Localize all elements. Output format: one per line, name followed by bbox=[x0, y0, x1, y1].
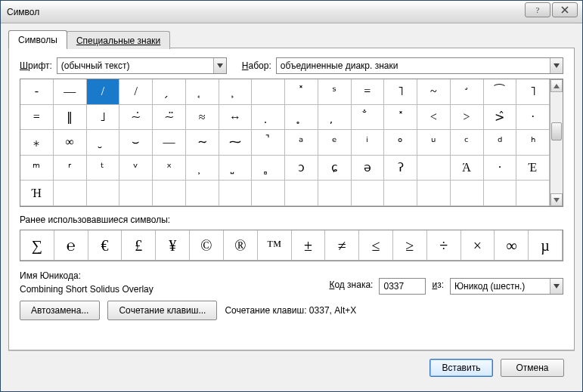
symbol-cell[interactable]: ↔ bbox=[219, 105, 253, 131]
symbol-cell[interactable]: · bbox=[484, 156, 517, 181]
symbol-cell[interactable]: ∼ bbox=[186, 130, 219, 156]
symbol-cell[interactable]: ᵃ bbox=[285, 130, 318, 156]
symbol-cell[interactable]: ⁎ bbox=[20, 130, 54, 156]
symbol-cell[interactable]: ̦ bbox=[318, 105, 352, 131]
symbol-cell[interactable]: ə bbox=[352, 156, 385, 181]
tab-special-chars[interactable]: Специальные знаки bbox=[67, 31, 170, 49]
symbol-cell[interactable]: ᵈ bbox=[484, 130, 517, 156]
code-input[interactable]: 0337 bbox=[379, 278, 426, 295]
symbol-cell[interactable]: > bbox=[451, 105, 484, 131]
from-combo[interactable]: Юникод (шестн.) bbox=[450, 278, 563, 295]
recent-symbol-cell[interactable]: ∑ bbox=[20, 230, 54, 261]
symbol-cell[interactable] bbox=[417, 181, 451, 206]
symbol-cell[interactable]: ˟ bbox=[285, 79, 318, 105]
recent-symbol-cell[interactable]: ® bbox=[224, 230, 258, 261]
symbol-cell[interactable]: ̚ bbox=[252, 130, 285, 156]
recent-symbol-cell[interactable]: ℮ bbox=[54, 230, 88, 261]
symbol-cell[interactable]: ⌣ bbox=[119, 130, 153, 156]
autocorrect-button[interactable]: Автозамена... bbox=[20, 301, 100, 320]
symbol-cell[interactable]: ̗ bbox=[153, 79, 186, 105]
symbol-cell[interactable] bbox=[219, 181, 253, 206]
symbol-cell[interactable]: ᵒ bbox=[384, 130, 417, 156]
symbol-cell[interactable] bbox=[318, 181, 352, 206]
symbol-cell[interactable]: ˟ bbox=[384, 105, 417, 131]
symbol-cell[interactable]: ᵛ bbox=[119, 156, 153, 181]
symbol-cell[interactable] bbox=[252, 79, 285, 105]
symbol-cell[interactable]: - bbox=[20, 79, 54, 105]
chevron-down-icon[interactable] bbox=[550, 279, 563, 294]
recent-symbol-cell[interactable]: ™ bbox=[258, 230, 292, 261]
symbol-cell[interactable]: ⁓ bbox=[219, 130, 253, 156]
symbol-cell[interactable]: ̘ bbox=[186, 79, 219, 105]
chevron-down-icon[interactable] bbox=[213, 58, 226, 73]
symbol-cell[interactable]: ˣ bbox=[153, 156, 186, 181]
symbol-cell[interactable] bbox=[285, 181, 318, 206]
symbol-cell[interactable] bbox=[384, 181, 417, 206]
symbol-cell[interactable]: = bbox=[352, 79, 385, 105]
symbol-cell[interactable]: ̙ bbox=[219, 79, 253, 105]
recent-symbol-cell[interactable]: ± bbox=[292, 230, 326, 261]
cancel-button[interactable]: Отмена bbox=[501, 359, 564, 377]
symbol-cell[interactable]: — bbox=[54, 79, 87, 105]
symbol-cell[interactable] bbox=[516, 181, 550, 206]
symbol-cell[interactable]: Έ bbox=[516, 156, 550, 181]
symbol-cell[interactable]: >̂ bbox=[484, 105, 517, 131]
symbol-cell[interactable]: ∞ bbox=[54, 130, 87, 156]
symbol-cell[interactable]: ᵐ bbox=[20, 156, 54, 181]
symbol-cell[interactable]: ≈ bbox=[186, 105, 219, 131]
scroll-down-icon[interactable] bbox=[550, 193, 563, 206]
symbol-cell[interactable]: Ά bbox=[451, 156, 484, 181]
symbol-cell[interactable] bbox=[252, 181, 285, 206]
symbol-cell[interactable]: ̐ bbox=[352, 105, 385, 131]
close-button[interactable] bbox=[552, 2, 578, 17]
recent-symbol-cell[interactable]: ÷ bbox=[427, 230, 461, 261]
symbol-cell[interactable]: ˥ bbox=[384, 79, 417, 105]
symbol-cell[interactable]: ᶜ bbox=[451, 130, 484, 156]
symbol-cell[interactable]: ‖ bbox=[54, 105, 87, 131]
recent-symbol-cell[interactable]: × bbox=[461, 230, 495, 261]
symbol-cell[interactable]: ᵉ bbox=[318, 130, 352, 156]
tab-symbols[interactable]: Символы bbox=[8, 30, 67, 48]
symbol-cell[interactable]: ⁱ bbox=[352, 130, 385, 156]
recent-symbol-cell[interactable]: ≤ bbox=[359, 230, 393, 261]
symbol-cell[interactable]: < bbox=[417, 105, 451, 131]
recent-symbol-cell[interactable]: © bbox=[190, 230, 224, 261]
symbol-cell[interactable]: ̻ bbox=[252, 156, 285, 181]
recent-symbols-grid[interactable]: ∑℮€£¥©®™±≠≤≥÷×∞µ bbox=[20, 230, 563, 261]
symbol-cell[interactable] bbox=[417, 156, 451, 181]
shortcut-key-button[interactable]: Сочетание клавиш... bbox=[107, 301, 217, 320]
scroll-thumb[interactable] bbox=[551, 122, 562, 140]
symbol-cell[interactable]: Ή bbox=[20, 181, 54, 206]
symbol-cell[interactable]: / bbox=[87, 79, 120, 105]
chevron-down-icon[interactable] bbox=[550, 58, 563, 73]
symbol-cell[interactable] bbox=[54, 181, 87, 206]
symbol-cell[interactable] bbox=[153, 181, 186, 206]
symbol-cell[interactable]: ̮ bbox=[87, 130, 120, 156]
symbol-cell[interactable]: · bbox=[516, 105, 550, 131]
recent-symbol-cell[interactable]: µ bbox=[529, 230, 563, 261]
symbol-cell[interactable]: ˩ bbox=[87, 105, 120, 131]
symbol-cell[interactable] bbox=[186, 181, 219, 206]
symbol-cell[interactable] bbox=[484, 181, 517, 206]
symbol-cell[interactable]: ̹ bbox=[186, 156, 219, 181]
recent-symbol-cell[interactable]: € bbox=[88, 230, 122, 261]
symbol-cell[interactable]: ̣ bbox=[252, 105, 285, 131]
font-combo[interactable]: (обычный текст) bbox=[57, 57, 227, 74]
symbol-cell[interactable] bbox=[451, 181, 484, 206]
symbol-cell[interactable]: ~̈ bbox=[153, 105, 186, 131]
symbol-cell[interactable] bbox=[119, 181, 153, 206]
symbol-cell[interactable]: ɔ bbox=[285, 156, 318, 181]
help-button[interactable]: ? bbox=[525, 2, 550, 17]
symbol-cell[interactable]: ~̇ bbox=[119, 105, 153, 131]
symbol-cell[interactable]: ʳ bbox=[54, 156, 87, 181]
symbol-cell[interactable]: — bbox=[153, 130, 186, 156]
symbol-cell[interactable] bbox=[87, 181, 120, 206]
recent-symbol-cell[interactable]: ¥ bbox=[156, 230, 190, 261]
symbol-cell[interactable]: ̛ bbox=[451, 79, 484, 105]
symbol-cell[interactable]: ʰ bbox=[516, 130, 550, 156]
subset-combo[interactable]: объединенные диакр. знаки bbox=[276, 57, 563, 74]
recent-symbol-cell[interactable]: ≥ bbox=[393, 230, 427, 261]
symbol-cell[interactable]: ˥ bbox=[516, 79, 550, 105]
recent-symbol-cell[interactable]: ∞ bbox=[495, 230, 529, 261]
symbol-cell[interactable]: ɕ bbox=[318, 156, 352, 181]
